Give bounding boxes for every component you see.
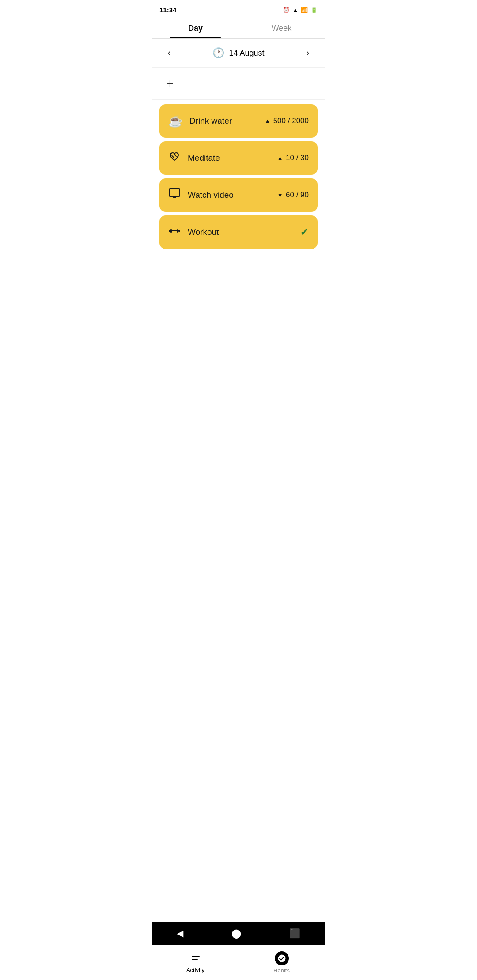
clock-icon: 🕐 bbox=[212, 47, 224, 59]
habit-name-watch-video: Watch video bbox=[188, 190, 234, 200]
svg-rect-3 bbox=[169, 230, 170, 232]
progress-arrow-watch-video: ▼ bbox=[277, 192, 283, 199]
progress-text-meditate: 10 / 30 bbox=[286, 154, 309, 162]
svg-rect-7 bbox=[172, 230, 177, 231]
date-center: 🕐 14 August bbox=[212, 47, 264, 59]
workout-icon bbox=[168, 225, 181, 240]
svg-rect-6 bbox=[177, 229, 178, 233]
add-area: + bbox=[152, 68, 325, 100]
habit-card-watch-video[interactable]: Watch video ▼ 60 / 90 bbox=[159, 178, 318, 212]
progress-arrow-meditate: ▲ bbox=[277, 155, 283, 162]
cup-icon: ☕ bbox=[168, 114, 182, 128]
habit-right-meditate: ▲ 10 / 30 bbox=[277, 154, 309, 162]
habit-right-watch-video: ▼ 60 / 90 bbox=[277, 191, 309, 200]
habit-card-meditate[interactable]: Meditate ▲ 10 / 30 bbox=[159, 141, 318, 175]
tab-week[interactable]: Week bbox=[238, 18, 325, 38]
progress-text-watch-video: 60 / 90 bbox=[286, 191, 309, 200]
habit-card-workout[interactable]: Workout ✓ bbox=[159, 215, 318, 249]
progress-arrow-drink-water: ▲ bbox=[265, 117, 271, 124]
habit-left-drink-water: ☕ Drink water bbox=[168, 114, 232, 128]
habit-right-workout: ✓ bbox=[300, 226, 309, 238]
status-time: 11:34 bbox=[159, 6, 176, 14]
wifi-icon: ▲ bbox=[292, 7, 298, 13]
next-date-button[interactable]: › bbox=[300, 45, 316, 61]
habit-left-workout: Workout bbox=[168, 225, 219, 240]
plus-icon: + bbox=[167, 77, 174, 90]
heart-pulse-icon bbox=[168, 151, 181, 166]
status-bar: 11:34 ⏰ ▲ 📶 🔋 bbox=[152, 0, 325, 18]
tab-day[interactable]: Day bbox=[152, 18, 238, 38]
add-habit-button[interactable]: + bbox=[161, 75, 179, 92]
chevron-left-icon: ‹ bbox=[167, 47, 170, 59]
top-tab-bar: Day Week bbox=[152, 18, 325, 39]
signal-icon: 📶 bbox=[301, 7, 308, 13]
workout-check-icon: ✓ bbox=[300, 226, 309, 238]
habit-name-drink-water: Drink water bbox=[189, 116, 232, 126]
prev-date-button[interactable]: ‹ bbox=[161, 45, 177, 61]
svg-rect-4 bbox=[178, 230, 180, 232]
habits-list: ☕ Drink water ▲ 500 / 2000 Meditate ▲ 10… bbox=[152, 100, 325, 253]
habit-name-workout: Workout bbox=[188, 227, 219, 237]
habit-card-drink-water[interactable]: ☕ Drink water ▲ 500 / 2000 bbox=[159, 104, 318, 138]
habit-left-watch-video: Watch video bbox=[168, 188, 234, 203]
battery-icon: 🔋 bbox=[310, 7, 318, 13]
status-icons: ⏰ ▲ 📶 🔋 bbox=[283, 7, 318, 13]
chevron-right-icon: › bbox=[306, 47, 309, 59]
habit-right-drink-water: ▲ 500 / 2000 bbox=[265, 117, 309, 125]
habit-name-meditate: Meditate bbox=[188, 153, 220, 163]
svg-rect-0 bbox=[169, 189, 180, 196]
date-navigation: ‹ 🕐 14 August › bbox=[152, 39, 325, 68]
progress-text-drink-water: 500 / 2000 bbox=[273, 117, 309, 125]
monitor-icon bbox=[168, 188, 181, 203]
habit-left-meditate: Meditate bbox=[168, 151, 220, 166]
alarm-icon: ⏰ bbox=[283, 7, 290, 13]
current-date: 14 August bbox=[229, 49, 264, 58]
svg-rect-5 bbox=[170, 229, 172, 233]
